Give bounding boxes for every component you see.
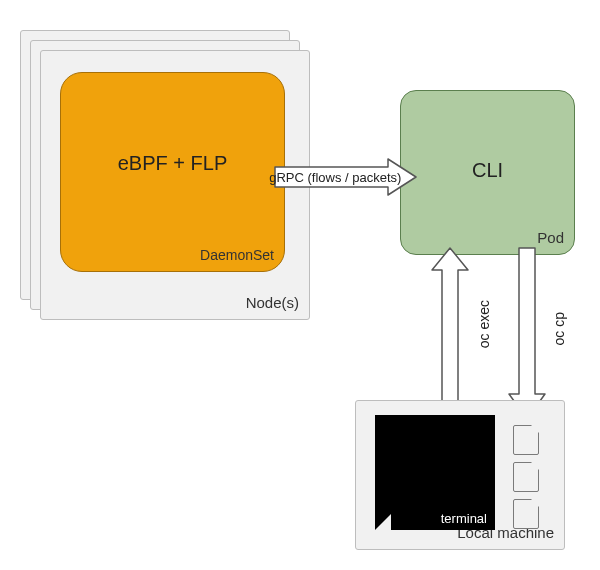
oc-cp-arrow <box>507 246 547 421</box>
grpc-label: gRPC (flows / packets) <box>269 170 401 185</box>
oc-cp-label: oc cp <box>551 312 567 345</box>
terminal-box: terminal <box>375 415 495 530</box>
oc-exec-label: oc exec <box>476 300 492 348</box>
nodes-label: Node(s) <box>246 294 299 311</box>
pod-label: Pod <box>537 229 564 246</box>
file-icon <box>513 499 539 529</box>
file-icon <box>513 425 539 455</box>
file-icon <box>513 462 539 492</box>
daemonset-title: eBPF + FLP <box>61 152 284 175</box>
pod-box: CLI Pod <box>400 90 575 255</box>
daemonset-box: eBPF + FLP DaemonSet <box>60 72 285 272</box>
daemonset-label: DaemonSet <box>200 247 274 263</box>
grpc-arrow: gRPC (flows / packets) <box>273 157 418 197</box>
oc-exec-arrow <box>428 246 472 426</box>
arrow-down-icon <box>509 248 545 419</box>
pod-title: CLI <box>401 159 574 182</box>
terminal-label: terminal <box>441 511 487 526</box>
arrow-up-down-icon <box>432 248 468 424</box>
